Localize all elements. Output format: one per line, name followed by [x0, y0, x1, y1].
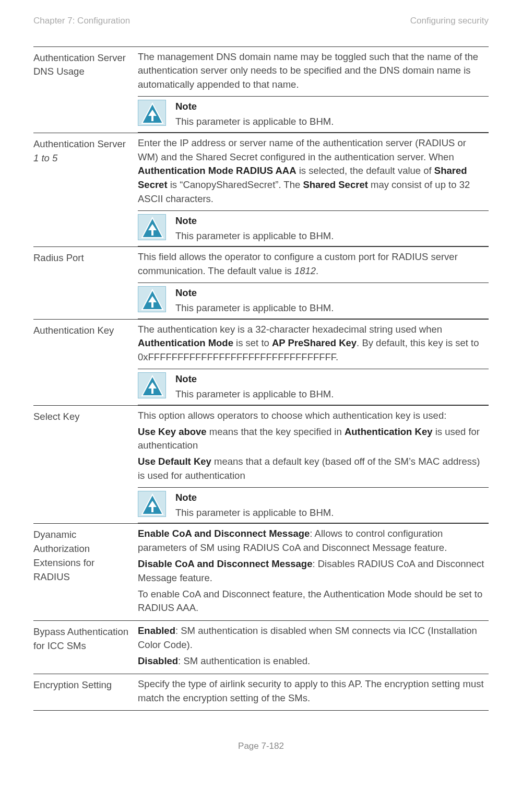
note-label: Note: [175, 491, 334, 505]
table-row: Dyanamic Authorization Extensions for RA…: [33, 524, 489, 621]
table-row: Select Key This option allows operators …: [33, 406, 489, 524]
desc-select-key: This option allows operators to choose w…: [138, 409, 489, 521]
table-row: Authentication Server DNS Usage The mana…: [33, 47, 489, 133]
desc-auth-key: The authentication key is a 32-character…: [138, 323, 489, 402]
note-block: Note This parameter is applicable to BHM…: [138, 96, 489, 133]
svg-rect-5: [151, 230, 153, 236]
paragraph: Enabled: SM authentication is disabled w…: [138, 624, 489, 652]
term-bypass-auth: Bypass Authentication for ICC SMs: [33, 624, 138, 670]
paragraph: Use Key above means that the key specifi…: [138, 425, 489, 453]
paragraph: The management DNS domain name may be to…: [138, 50, 489, 92]
desc-encryption: Specify the type of airlink security to …: [138, 677, 489, 708]
desc-dynamic-auth: Enable CoA and Disconnect Message: Allow…: [138, 527, 489, 617]
term-encryption: Encryption Setting: [33, 677, 138, 708]
note-block: Note This parameter is applicable to BHM…: [138, 369, 489, 405]
header-section: Configuring security: [410, 15, 489, 28]
note-block: Note This parameter is applicable to BHM…: [138, 210, 489, 247]
paragraph: Disable CoA and Disconnect Message: Disa…: [138, 557, 489, 585]
note-icon: [138, 491, 166, 517]
note-icon: [138, 214, 166, 240]
paragraph: Specify the type of airlink security to …: [138, 677, 489, 705]
desc-auth-server-1-5: Enter the IP address or server name of t…: [138, 136, 489, 244]
svg-rect-14: [151, 507, 153, 512]
paragraph: Use Default Key means that a default key…: [138, 455, 489, 483]
note-text: Note This parameter is applicable to BHM…: [175, 100, 334, 129]
paragraph: The authentication key is a 32-character…: [138, 323, 489, 364]
table-row: Encryption Setting Specify the type of a…: [33, 674, 489, 711]
note-block: Note This parameter is applicable to BHM…: [138, 487, 489, 524]
term-radius-port: Radius Port: [33, 250, 138, 315]
svg-rect-8: [151, 302, 153, 308]
paragraph: Enter the IP address or server name of t…: [138, 136, 489, 206]
note-icon: [138, 372, 166, 398]
desc-auth-server-dns: The management DNS domain name may be to…: [138, 50, 489, 130]
note-body: This parameter is applicable to BHM.: [175, 302, 334, 313]
note-icon: [138, 100, 166, 126]
note-label: Note: [175, 286, 334, 300]
note-text: Note This parameter is applicable to BHM…: [175, 214, 334, 243]
config-table: Authentication Server DNS Usage The mana…: [33, 46, 489, 711]
paragraph: To enable CoA and Disconnect feature, th…: [138, 587, 489, 616]
note-icon: [138, 286, 166, 312]
svg-rect-11: [151, 389, 153, 394]
desc-radius-port: This field allows the operator to config…: [138, 250, 489, 315]
table-row: Authentication Server 1 to 5 Enter the I…: [33, 133, 489, 248]
desc-bypass-auth: Enabled: SM authentication is disabled w…: [138, 624, 489, 670]
term-select-key: Select Key: [33, 409, 138, 521]
svg-rect-2: [151, 116, 153, 121]
note-text: Note This parameter is applicable to BHM…: [175, 372, 334, 402]
term-dynamic-auth: Dyanamic Authorization Extensions for RA…: [33, 527, 138, 617]
paragraph: Disabled: SM authentication is enabled.: [138, 654, 489, 668]
note-body: This parameter is applicable to BHM.: [175, 116, 334, 127]
note-block: Note This parameter is applicable to BHM…: [138, 283, 489, 319]
note-body: This parameter is applicable to BHM.: [175, 389, 334, 399]
note-label: Note: [175, 372, 334, 386]
paragraph: This field allows the operator to config…: [138, 250, 489, 278]
term-auth-server-dns: Authentication Server DNS Usage: [33, 50, 138, 130]
table-row: Radius Port This field allows the operat…: [33, 247, 489, 319]
note-body: This parameter is applicable to BHM.: [175, 507, 334, 518]
note-text: Note This parameter is applicable to BHM…: [175, 286, 334, 315]
note-label: Note: [175, 214, 334, 228]
note-text: Note This parameter is applicable to BHM…: [175, 491, 334, 520]
header-chapter: Chapter 7: Configuration: [33, 15, 130, 28]
term-auth-server-1-5: Authentication Server 1 to 5: [33, 136, 138, 244]
term-auth-key: Authentication Key: [33, 323, 138, 402]
note-label: Note: [175, 100, 334, 114]
table-row: Authentication Key The authentication ke…: [33, 320, 489, 406]
page-header: Chapter 7: Configuration Configuring sec…: [33, 15, 489, 28]
note-body: This parameter is applicable to BHM.: [175, 230, 334, 241]
page-footer: Page 7-182: [33, 740, 489, 753]
paragraph: Enable CoA and Disconnect Message: Allow…: [138, 527, 489, 555]
table-row: Bypass Authentication for ICC SMs Enable…: [33, 621, 489, 674]
paragraph: This option allows operators to choose w…: [138, 409, 489, 423]
